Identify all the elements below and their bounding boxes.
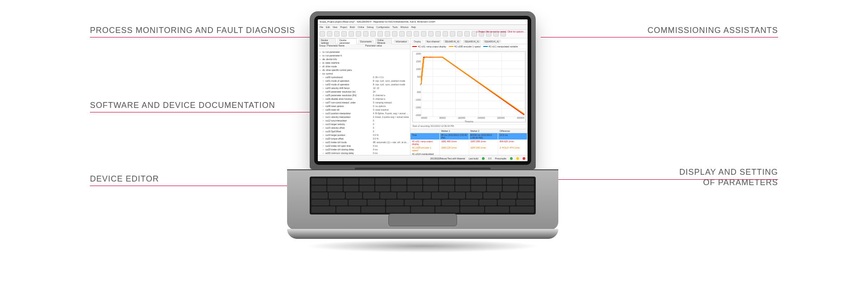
laptop-trackpad (388, 214, 457, 226)
menu-item[interactable]: Debug (367, 26, 374, 28)
left-tab[interactable]: Online Wizards (375, 38, 392, 44)
toolbar-button[interactable] (399, 31, 405, 37)
toolbar-button[interactable] (421, 31, 426, 37)
toolbar-button[interactable] (370, 31, 376, 37)
toolbar-button[interactable] (414, 31, 419, 37)
chart-area[interactable]: 2000150010005000-500-1000-1500-2000 4000… (412, 51, 526, 122)
parameter-row[interactable]: •co23 brake ctrl closing delay0 ms (319, 148, 409, 151)
toolbar-button[interactable] (464, 31, 470, 37)
left-tab[interactable]: Documents (359, 40, 373, 43)
parameter-row[interactable]: +ru: run parameter-II (319, 54, 409, 57)
leader-line (543, 179, 778, 180)
parameter-row[interactable]: +de: device info (319, 57, 409, 61)
chart-legend: 4C-u01: ramp output display4C-u035 encod… (410, 44, 528, 49)
menu-item[interactable]: Tools (392, 26, 398, 28)
menu-item[interactable]: Project (340, 26, 347, 28)
status-last-build-value: 0 0 (488, 157, 491, 160)
menu-item[interactable]: Edit (326, 26, 330, 28)
laptop-lid: Scope_Project.project [Read-only]* - 426… (310, 11, 536, 169)
parameter-row[interactable]: •co22 brake ctrl open time0 ms (319, 144, 409, 148)
left-tab[interactable]: Information (394, 40, 409, 43)
scope-tab[interactable]: 02(ch00:AI_A) (463, 40, 481, 43)
parameter-row[interactable]: •co11 velocity interpolator2: linear, 2 … (319, 115, 409, 119)
scope-tab[interactable]: Non-channel (425, 40, 441, 43)
parameter-row[interactable]: •co03 velocity shift factor13: 13 (319, 86, 409, 90)
column-name: Group / Parameter Name (318, 44, 364, 49)
toolbar-button[interactable] (443, 31, 448, 37)
parameter-row[interactable]: •co08 reset options0: no options (319, 104, 409, 108)
marker-table: Marker 1Marker 2DifferenceTime80 ms (3/2… (410, 129, 528, 158)
status-precompile-label: Precompile (495, 157, 506, 160)
parameter-row[interactable]: •co02 mode of operation8: csp: cycl. syn… (319, 83, 409, 86)
parameter-row[interactable]: •co04 parameter resolution [in]24 (319, 90, 409, 93)
menu-item[interactable]: Window (401, 26, 409, 28)
toolbar-button[interactable] (392, 31, 397, 37)
menu-item[interactable]: View (333, 26, 338, 28)
parameter-row[interactable]: +ru: run parameter (319, 50, 409, 54)
y-axis: 2000150010005000-500-1000-1500-2000 (413, 52, 422, 117)
parameter-row[interactable]: •co15 velocity offset0 (319, 126, 409, 130)
status-warn-icon (516, 157, 519, 160)
parameter-row[interactable]: •co10 position interpolator4: B-Spline, … (319, 112, 409, 115)
left-tab[interactable]: Device parameter (338, 38, 357, 44)
chart-lines (421, 52, 524, 117)
toolbar-button[interactable] (356, 31, 361, 37)
status-err-icon (523, 157, 525, 160)
toolbar-button[interactable] (377, 31, 383, 37)
laptop-keyboard (310, 177, 536, 214)
parameter-row[interactable]: •co09 reset ref.0: reset inactive (319, 108, 409, 112)
parameter-row[interactable]: •co06 disable drive function0: channel a (319, 97, 409, 101)
toolbar-button[interactable] (363, 31, 368, 37)
parameter-row[interactable]: •co19 target position0.0 % (319, 133, 409, 137)
menu-item[interactable]: Help (411, 26, 416, 28)
laptop-screen: Scope_Project.project [Read-only]* - 426… (318, 19, 528, 161)
leader-line (541, 37, 778, 37)
parameter-row[interactable]: +dr: drive mode (319, 65, 409, 68)
window-title: Scope_Project.project [Read-only]* - 426… (318, 19, 528, 25)
scope-tab[interactable]: 02(ch00:AI_A) (443, 40, 461, 43)
save-warning[interactable]: ⚠ Project file cannot be saved. Click fo… (476, 30, 526, 33)
label-display-setting-line1: DISPLAY AND SETTING (679, 168, 778, 177)
menu-item[interactable]: Online (358, 26, 364, 28)
parameter-row[interactable]: •co18 SpdOffset0 (319, 130, 409, 133)
scope-tab[interactable]: 02(ch00:AI_A) (483, 40, 501, 43)
parameter-row[interactable]: •co20 torque offset0.0 % (319, 137, 409, 140)
left-panel-tabs[interactable]: Device settingsDevice parameterDocuments… (318, 38, 410, 44)
parameter-row[interactable]: •co13 target velocity0 (319, 122, 409, 126)
toolbar-button[interactable] (327, 31, 332, 37)
menu-item[interactable]: Build (350, 26, 355, 28)
status-text: 2013032(Reload Test with Material (430, 157, 465, 160)
menu-item[interactable]: Configuration (376, 26, 390, 28)
parameter-row[interactable]: •co07 non-contd.interpol. order0: rampin… (319, 101, 409, 104)
menu-item[interactable]: File (320, 26, 323, 28)
scope-tab[interactable]: Display (412, 40, 423, 43)
parameter-row[interactable]: •co12 torq interpolator0 (319, 119, 409, 122)
status-bar: 2013032(Reload Test with Material Last b… (318, 155, 528, 161)
toolbar-button[interactable] (349, 31, 354, 37)
toolbar-button[interactable] (457, 31, 462, 37)
parameter-row[interactable]: •co21 brake ctrl mode68: automatic (1) +… (319, 140, 409, 144)
menu-bar[interactable]: FileEditViewProjectBuildOnlineDebugConfi… (318, 25, 528, 30)
toolbar-button[interactable] (334, 31, 340, 37)
table-row: 4C-u035 encoder 1 speed1693.125 1/min169… (410, 146, 528, 152)
toolbar-button[interactable] (450, 31, 455, 37)
parameter-row[interactable]: +ds: drive specific control para. (319, 68, 409, 72)
toolbar-button[interactable] (428, 31, 434, 37)
toolbar-button[interactable] (406, 31, 412, 37)
toolbar-button[interactable] (435, 31, 441, 37)
parameter-row[interactable]: •co01 mode of operation8: csp: cycl. syn… (319, 79, 409, 83)
parameter-row[interactable]: −co: control (319, 72, 409, 75)
x-axis-label: Time/ms (465, 120, 473, 123)
left-tab[interactable]: Device settings (319, 38, 336, 44)
parameter-row[interactable]: •ec00 minimum closing delay0 ms (319, 151, 409, 155)
toolbar-button[interactable] (341, 31, 347, 37)
legend-item: 4C-x1C manipulated variable (483, 45, 518, 48)
parameter-row[interactable]: •co05 parameter resolution [Hz]0: channe… (319, 93, 409, 97)
parameter-row[interactable]: •co00 controlword0: 0h = 0 b (319, 75, 409, 79)
column-value: Parameter value (364, 44, 410, 49)
toolbar-button[interactable] (385, 31, 390, 37)
toolbar-button[interactable] (320, 31, 325, 37)
parameter-tree[interactable]: +ru: run parameter+ru: run parameter-II+… (318, 49, 410, 158)
parameter-row[interactable]: +st: state machine (319, 61, 409, 65)
scope-tabs[interactable]: DisplayNon-channel02(ch00:AI_A)02(ch00:A… (410, 38, 528, 44)
